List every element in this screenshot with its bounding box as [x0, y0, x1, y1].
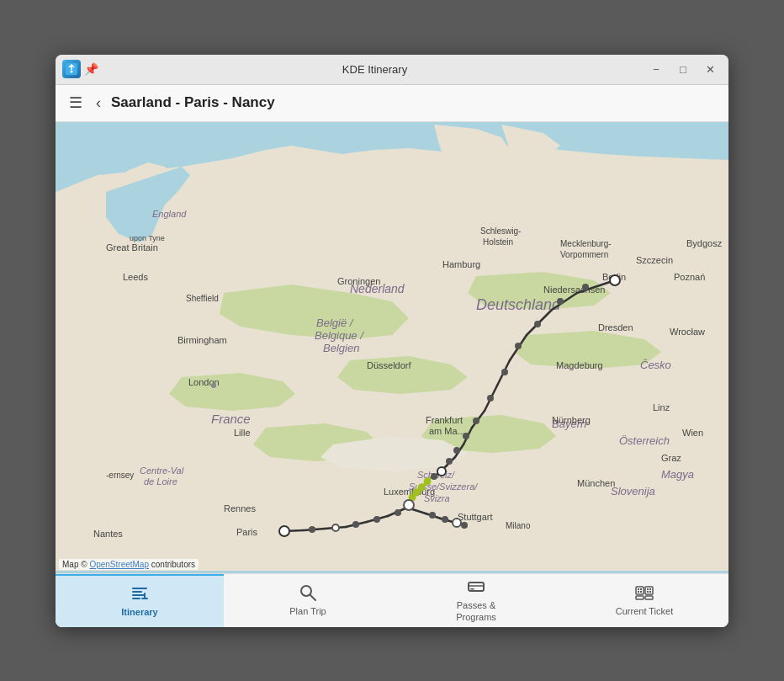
- svg-text:am Ma...: am Ma...: [429, 426, 465, 436]
- svg-text:Frankfurt: Frankfurt: [426, 415, 463, 425]
- svg-point-102: [395, 509, 401, 516]
- svg-point-86: [557, 298, 564, 305]
- svg-point-84: [610, 275, 620, 285]
- svg-rect-114: [132, 591, 142, 593]
- svg-point-88: [515, 343, 522, 349]
- window-controls: − □ ✕: [644, 60, 722, 78]
- passes-icon: [467, 577, 485, 599]
- svg-text:Slovenija: Slovenija: [611, 485, 655, 497]
- map-svg: England Nederland Belgiё / Belgique / Be…: [56, 122, 728, 573]
- back-button[interactable]: ‹: [93, 91, 104, 115]
- svg-text:Graz: Graz: [661, 453, 681, 463]
- svg-text:Wien: Wien: [682, 428, 703, 438]
- svg-point-101: [404, 500, 414, 510]
- app-icon: [62, 60, 81, 78]
- svg-line-120: [310, 595, 315, 600]
- svg-point-104: [352, 521, 359, 528]
- svg-rect-126: [640, 588, 642, 590]
- svg-point-94: [446, 458, 453, 465]
- svg-text:France: France: [211, 412, 251, 426]
- svg-point-105: [332, 524, 339, 531]
- nav-plan-trip[interactable]: Plan Trip: [224, 574, 392, 627]
- svg-text:Paris: Paris: [236, 527, 258, 537]
- close-button[interactable]: ✕: [698, 60, 722, 78]
- svg-rect-125: [638, 588, 639, 590]
- svg-text:Wrocław: Wrocław: [670, 327, 705, 337]
- svg-rect-121: [469, 583, 484, 591]
- svg-text:Belgique /: Belgique /: [315, 329, 364, 342]
- nav-itinerary-label: Itinerary: [121, 607, 157, 618]
- maximize-button[interactable]: □: [671, 60, 695, 78]
- app-window: 📌 KDE Itinerary − □ ✕ ☰ ‹ Saarland - Par…: [56, 55, 728, 627]
- svg-point-93: [453, 447, 460, 454]
- svg-rect-115: [132, 594, 145, 596]
- svg-text:Rennes: Rennes: [224, 503, 256, 513]
- svg-rect-128: [640, 591, 642, 593]
- svg-rect-132: [647, 591, 649, 593]
- svg-point-1: [71, 71, 73, 73]
- svg-text:Stuttgart: Stuttgart: [458, 512, 493, 522]
- svg-text:Vorpommern: Vorpommern: [560, 250, 608, 259]
- svg-text:Magya: Magya: [661, 468, 694, 481]
- svg-rect-133: [649, 591, 651, 593]
- nav-passes-programs[interactable]: Passes & Programs: [392, 574, 560, 627]
- hamburger-menu-button[interactable]: ☰: [66, 90, 86, 115]
- pin-button[interactable]: 📌: [84, 62, 98, 76]
- svg-text:Belgiё /: Belgiё /: [316, 317, 354, 329]
- nav-current-ticket[interactable]: Current Ticket: [560, 574, 728, 627]
- svg-point-95: [437, 467, 446, 476]
- bottom-navigation: Itinerary Plan Trip Passes & Programs: [56, 573, 728, 627]
- svg-point-112: [211, 383, 216, 388]
- svg-text:Groningen: Groningen: [337, 276, 380, 286]
- svg-rect-131: [649, 588, 651, 590]
- svg-rect-118: [141, 598, 148, 599]
- titlebar: 📌 KDE Itinerary − □ ✕: [56, 55, 728, 85]
- svg-point-91: [473, 418, 479, 424]
- svg-point-87: [534, 321, 541, 327]
- svg-rect-124: [636, 587, 644, 594]
- svg-point-92: [463, 433, 469, 439]
- svg-rect-123: [470, 588, 474, 590]
- page-title: Saarland - Paris - Nancy: [111, 94, 275, 111]
- svg-rect-113: [132, 588, 147, 589]
- nav-passes-programs-label: Passes & Programs: [456, 600, 496, 622]
- svg-text:Nantes: Nantes: [93, 529, 123, 539]
- nav-current-ticket-label: Current Ticket: [616, 606, 673, 617]
- ticket-icon: [635, 583, 654, 604]
- map-attribution: Map © OpenStreetMap contributors: [59, 559, 199, 570]
- svg-text:Holstein: Holstein: [483, 237, 513, 247]
- svg-text:Nürnberg: Nürnberg: [552, 415, 591, 425]
- svg-point-111: [461, 522, 468, 529]
- openstreetmap-link[interactable]: OpenStreetMap: [89, 560, 149, 569]
- nav-plan-trip-label: Plan Trip: [289, 606, 326, 617]
- attribution-prefix: Map ©: [62, 560, 89, 569]
- svg-text:Hamburg: Hamburg: [442, 259, 480, 269]
- svg-text:Bydgosz: Bydgosz: [686, 238, 723, 248]
- svg-text:de Loire: de Loire: [144, 476, 177, 487]
- svg-rect-130: [647, 588, 649, 590]
- svg-text:Österreich: Österreich: [619, 434, 670, 447]
- svg-text:Mecklenburg-: Mecklenburg-: [560, 239, 612, 248]
- svg-text:Schleswig-: Schleswig-: [480, 226, 521, 236]
- svg-point-89: [501, 369, 508, 375]
- svg-text:Birmingham: Birmingham: [177, 335, 227, 345]
- minimize-button[interactable]: −: [644, 60, 668, 78]
- svg-point-85: [582, 284, 589, 290]
- svg-text:Sheffield: Sheffield: [186, 294, 219, 303]
- svg-text:Linz: Linz: [653, 402, 670, 412]
- itinerary-icon: [130, 584, 149, 605]
- nav-itinerary[interactable]: Itinerary: [56, 574, 224, 627]
- svg-text:Poznań: Poznań: [674, 272, 705, 282]
- svg-text:Deutschland: Deutschland: [476, 296, 561, 313]
- svg-text:Centre-Val: Centre-Val: [140, 466, 184, 476]
- svg-rect-129: [645, 587, 653, 594]
- svg-text:Milano: Milano: [506, 521, 531, 530]
- svg-rect-127: [638, 591, 639, 593]
- svg-point-103: [373, 516, 380, 523]
- header: ☰ ‹ Saarland - Paris - Nancy: [56, 85, 728, 122]
- window-title: KDE Itinerary: [105, 63, 644, 76]
- svg-text:Magdeburg: Magdeburg: [556, 360, 603, 370]
- attribution-suffix: contributors: [149, 560, 195, 569]
- svg-rect-135: [645, 596, 653, 599]
- map-container[interactable]: England Nederland Belgiё / Belgique / Be…: [56, 122, 728, 573]
